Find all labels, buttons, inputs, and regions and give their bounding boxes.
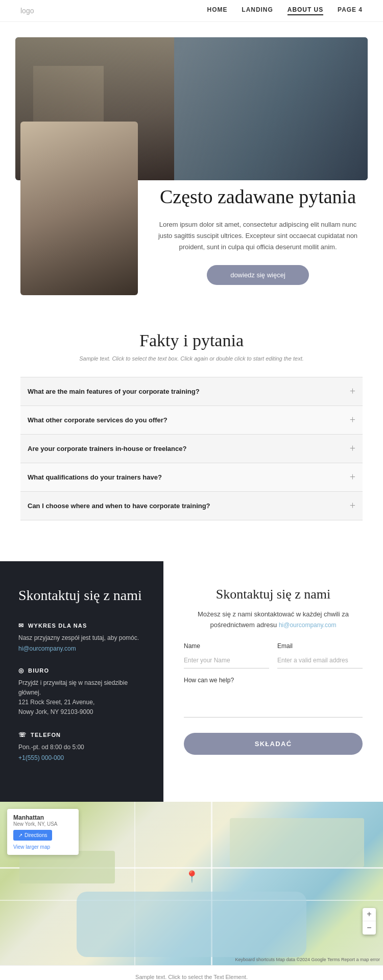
- contact-left-title: Skontaktuj się z nami: [18, 587, 145, 604]
- contact-email-inline[interactable]: hi@ourcompany.com: [279, 622, 337, 629]
- faq-expand-icon-1: +: [350, 386, 355, 397]
- larger-map-link[interactable]: View larger map: [13, 844, 50, 850]
- faq-subtitle: Sample text. Click to select the text bo…: [20, 355, 363, 362]
- faq-question-2: What other corporate services do you off…: [28, 416, 167, 424]
- biuro-address1: 121 Rock Sreet, 21 Avenue,: [18, 698, 145, 707]
- nav-landing[interactable]: LANDING: [242, 6, 273, 15]
- faq-item[interactable]: Can I choose where and when to have corp…: [20, 492, 363, 520]
- map-location-sub: New York, NY, USA: [13, 821, 73, 827]
- telefon-header: ☏ TELEFON: [18, 731, 145, 738]
- zoom-out-button[interactable]: −: [363, 921, 376, 935]
- hero-text-block: Często zadawane pytania Lorem ipsum dolo…: [153, 119, 363, 295]
- hero-cta-button[interactable]: dowiedz się więcej: [207, 265, 309, 285]
- email-label: Email: [277, 642, 363, 650]
- faq-expand-icon-2: +: [350, 414, 355, 426]
- nav-home[interactable]: HOME: [207, 6, 228, 15]
- navbar: logo HOME LANDING ABOUT US PAGE 4: [0, 0, 383, 22]
- contact-email-block: ✉ WYKRES DLA NAS Nasz przyjazny zespół j…: [18, 622, 145, 652]
- faq-item[interactable]: What are the main features of your corpo…: [20, 377, 363, 406]
- name-label: Name: [184, 642, 269, 650]
- faq-question-3: Are your corporate trainers in-house or …: [28, 445, 186, 452]
- telefon-label: TELEFON: [31, 732, 61, 738]
- faq-question-1: What are the main features of your corpo…: [28, 388, 200, 395]
- faq-item[interactable]: Are your corporate trainers in-house or …: [20, 435, 363, 463]
- footer-text: Sample text. Click to select the Text El…: [135, 974, 248, 980]
- map-attribution: Keyboard shortcuts Map data ©2024 Google…: [235, 957, 380, 962]
- faq-item[interactable]: What qualifications do your trainers hav…: [20, 463, 363, 492]
- email-icon: ✉: [18, 622, 24, 629]
- contact-office-block: ◎ BIURO Przyjdź i przywitaj się w naszej…: [18, 667, 145, 718]
- telefon-hours: Pon.-pt. od 8:00 do 5:00: [18, 743, 145, 752]
- nav-page4[interactable]: PAGE 4: [338, 6, 363, 15]
- map-background: 📍 Manhattan New York, NY, USA ↗ Directio…: [0, 802, 383, 965]
- email-input[interactable]: [277, 653, 363, 668]
- name-input[interactable]: [184, 653, 269, 668]
- contact-form-panel: Skontaktuj się z nami Możesz się z nami …: [163, 561, 383, 802]
- contact-right-desc: Możesz się z nami skontaktować w każdej …: [184, 609, 363, 631]
- submit-button[interactable]: SKŁADAĆ: [184, 733, 363, 755]
- hero-portrait: [20, 122, 138, 295]
- email-field-group: Email: [277, 642, 363, 668]
- faq-expand-icon-4: +: [350, 471, 355, 483]
- map-pin: 📍: [185, 870, 199, 883]
- nav-links: HOME LANDING ABOUT US PAGE 4: [207, 6, 363, 15]
- wykres-email-link[interactable]: hi@ourcompany.com: [18, 645, 76, 652]
- hero-title: Często zadawane pytania: [153, 185, 363, 209]
- wykres-text: Nasz przyjazny zespół jest tutaj, aby po…: [18, 633, 145, 643]
- contact-right-title: Skontaktuj się z nami: [184, 587, 363, 602]
- contact-phone-block: ☏ TELEFON Pon.-pt. od 8:00 do 5:00 +1(55…: [18, 731, 145, 761]
- name-field-group: Name: [184, 642, 269, 668]
- faq-question-5: Can I choose where and when to have corp…: [28, 502, 210, 510]
- nav-about[interactable]: ABOUT US: [288, 6, 323, 15]
- map-overlay-card: Manhattan New York, NY, USA ↗ Directions…: [7, 809, 79, 855]
- wykres-header: ✉ WYKRES DLA NAS: [18, 622, 145, 629]
- location-icon: ◎: [18, 667, 24, 674]
- faq-title: Fakty i pytania: [20, 331, 363, 350]
- howhelp-group: How can we help?: [184, 677, 363, 720]
- howhelp-label: How can we help?: [184, 677, 363, 684]
- biuro-label: BIURO: [28, 667, 49, 674]
- faq-expand-icon-5: +: [350, 500, 355, 512]
- howhelp-textarea[interactable]: [184, 687, 363, 718]
- biuro-header: ◎ BIURO: [18, 667, 145, 674]
- hero-description: Lorem ipsum dolor sit amet, consectetur …: [153, 219, 363, 253]
- map-section: 📍 Manhattan New York, NY, USA ↗ Directio…: [0, 802, 383, 965]
- directions-button[interactable]: ↗ Directions: [13, 830, 52, 841]
- zoom-in-button[interactable]: +: [363, 908, 376, 921]
- directions-icon: ↗: [18, 832, 22, 838]
- faq-question-4: What qualifications do your trainers hav…: [28, 473, 162, 481]
- map-zoom-controls: + −: [363, 908, 376, 935]
- directions-label: Directions: [25, 832, 47, 838]
- page-footer: Sample text. Click to select the Text El…: [0, 965, 383, 980]
- contact-info-panel: Skontaktuj się z nami ✉ WYKRES DLA NAS N…: [0, 561, 163, 802]
- faq-list: What are the main features of your corpo…: [20, 377, 363, 520]
- hero-card-area: Często zadawane pytania Lorem ipsum dolo…: [15, 119, 368, 295]
- hero-section: Często zadawane pytania Lorem ipsum dolo…: [0, 22, 383, 295]
- biuro-address2: Nowy Jork, NY 92103-9000: [18, 707, 145, 717]
- logo: logo: [20, 7, 34, 15]
- telefon-phone-link[interactable]: +1(555) 000-000: [18, 754, 64, 761]
- biuro-text: Przyjdź i przywitaj się w naszej siedzib…: [18, 678, 145, 698]
- wykres-label: WYKRES DLA NAS: [28, 623, 87, 629]
- map-location-name: Manhattan: [13, 814, 73, 821]
- form-name-email-row: Name Email: [184, 642, 363, 668]
- faq-item[interactable]: What other corporate services do you off…: [20, 406, 363, 435]
- faq-expand-icon-3: +: [350, 443, 355, 455]
- phone-icon: ☏: [18, 731, 27, 738]
- contact-section: Skontaktuj się z nami ✉ WYKRES DLA NAS N…: [0, 561, 383, 802]
- faq-section: Fakty i pytania Sample text. Click to se…: [0, 295, 383, 541]
